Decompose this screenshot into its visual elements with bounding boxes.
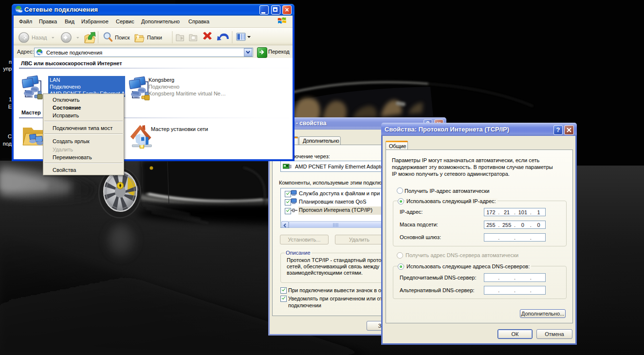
svg-text:под: под [3, 141, 12, 147]
svg-text:Поиск: Поиск [115, 35, 130, 40]
svg-text:Папки: Папки [147, 35, 162, 40]
svg-text:упр: упр [3, 66, 12, 72]
svg-text:Назад: Назад [32, 35, 47, 40]
svg-text:С: С [8, 133, 12, 139]
svg-text:Е: Е [8, 104, 12, 110]
